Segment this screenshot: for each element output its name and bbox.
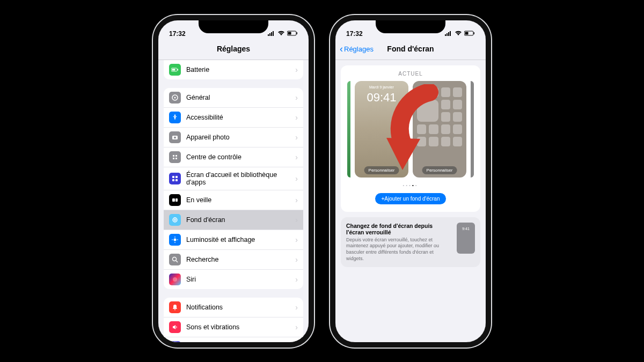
section-notifications: Notifications › Sons et vibrations › Con… <box>164 298 303 342</box>
row-sons[interactable]: Sons et vibrations › <box>164 317 303 337</box>
status-time: 17:32 <box>169 30 186 38</box>
svg-point-34 <box>174 309 175 310</box>
row-label: Écran d'accueil et bibliothèque d'apps <box>186 171 290 186</box>
standby-icon <box>169 194 181 206</box>
svg-point-31 <box>173 257 177 261</box>
row-accessibilite[interactable]: Accessibilité › <box>164 108 303 128</box>
chevron-right-icon: › <box>295 153 298 161</box>
customize-lock-button[interactable]: Personnaliser <box>364 166 399 174</box>
homescreen-preview[interactable]: Personnaliser <box>413 81 466 178</box>
row-notifications[interactable]: Notifications › <box>164 298 303 317</box>
row-fond-ecran[interactable]: Fond d'écran › <box>164 210 303 230</box>
home-app-grid <box>417 87 462 161</box>
chevron-right-icon: › <box>295 196 298 204</box>
wallpaper-content[interactable]: ACTUEL Mardi 9 janvier 09:41 Personnalis… <box>335 60 486 342</box>
prev-wallpaper-sliver[interactable] <box>347 81 350 178</box>
row-label: Notifications <box>186 304 290 311</box>
svg-line-32 <box>176 261 178 262</box>
row-siri[interactable]: Siri › <box>164 270 303 289</box>
signal-icon <box>445 30 452 38</box>
svg-point-14 <box>174 136 176 138</box>
wifi-icon <box>277 30 285 38</box>
svg-point-26 <box>174 238 177 241</box>
home-library-icon <box>169 173 181 184</box>
row-en-veille[interactable]: En veille › <box>164 190 303 210</box>
svg-rect-1 <box>269 33 270 36</box>
svg-rect-41 <box>474 32 475 34</box>
svg-rect-40 <box>465 32 469 34</box>
row-label: Fond d'écran <box>186 216 290 224</box>
chevron-right-icon: › <box>295 65 298 74</box>
chevron-right-icon: › <box>295 255 298 264</box>
chevron-right-icon: › <box>295 133 298 142</box>
chevron-right-icon: › <box>295 303 298 312</box>
svg-rect-24 <box>175 198 178 202</box>
svg-rect-20 <box>175 176 178 178</box>
battery-icon <box>464 30 475 38</box>
section-general: Général › Accessibilité › Appareil photo… <box>164 88 303 289</box>
tip-phone-illustration: 9:41 <box>457 223 475 254</box>
svg-rect-9 <box>172 69 175 70</box>
page-dots[interactable]: ••••• <box>345 183 476 188</box>
row-ecran-accueil[interactable]: Écran d'accueil et bibliothèque d'apps › <box>164 167 303 190</box>
svg-point-12 <box>174 114 176 116</box>
status-time: 17:32 <box>346 30 363 38</box>
status-indicators <box>445 30 475 38</box>
chevron-right-icon: › <box>295 216 298 224</box>
row-concentration[interactable]: Concentration › <box>164 337 303 342</box>
current-wallpaper-card: ACTUEL Mardi 9 janvier 09:41 Personnalis… <box>341 65 480 212</box>
row-label: Centre de contrôle <box>186 153 290 161</box>
back-button[interactable]: ‹ Réglages <box>340 39 374 60</box>
wifi-icon <box>455 30 462 38</box>
svg-rect-2 <box>271 32 272 36</box>
svg-rect-37 <box>448 32 449 36</box>
lockscreen-preview[interactable]: Mardi 9 janvier 09:41 Personnaliser <box>355 81 408 178</box>
wallpaper-icon <box>169 214 181 226</box>
row-appareil-photo[interactable]: Appareil photo › <box>164 128 303 147</box>
svg-point-11 <box>174 97 176 98</box>
row-label: Appareil photo <box>186 134 290 141</box>
add-wallpaper-button[interactable]: +Ajouter un fond d'écran <box>375 193 447 204</box>
chevron-left-icon: ‹ <box>340 43 343 55</box>
svg-rect-3 <box>273 31 274 36</box>
svg-rect-15 <box>173 155 174 157</box>
row-label: Siri <box>186 276 290 283</box>
search-icon <box>169 254 181 265</box>
phone-settings: 17:32 Réglages Batterie › <box>153 15 314 348</box>
row-batterie[interactable]: Batterie › <box>164 60 303 79</box>
svg-rect-8 <box>178 69 179 70</box>
svg-rect-16 <box>175 155 177 157</box>
row-general[interactable]: Général › <box>164 88 303 108</box>
row-centre-controle[interactable]: Centre de contrôle › <box>164 147 303 167</box>
tip-card: Changez de fond d'écran depuis l'écran v… <box>341 217 480 268</box>
row-label: Sons et vibrations <box>186 323 290 331</box>
settings-scroll[interactable]: Batterie › Général › Accessibilité › App… <box>158 60 309 342</box>
tip-phone-time: 9:41 <box>462 227 470 231</box>
signal-icon <box>268 30 275 38</box>
svg-rect-23 <box>172 198 175 202</box>
phone-wallpaper: 17:32 ‹ Réglages Fond d'écran ACTUEL Mar… <box>330 15 491 348</box>
row-label: Batterie <box>186 66 290 73</box>
row-recherche[interactable]: Recherche › <box>164 250 303 270</box>
customize-home-button[interactable]: Personnaliser <box>422 166 457 174</box>
battery-icon <box>287 30 298 38</box>
row-label: Luminosité et affichage <box>186 236 290 243</box>
siri-icon <box>169 274 181 285</box>
nav-header-wallpaper: ‹ Réglages Fond d'écran <box>335 39 486 60</box>
lock-time: 09:41 <box>355 91 408 105</box>
page-title: Fond d'écran <box>387 45 434 53</box>
next-wallpaper-sliver[interactable] <box>471 81 474 178</box>
svg-rect-0 <box>268 34 269 36</box>
section-partial: Batterie › <box>164 60 303 79</box>
row-luminosite[interactable]: Luminosité et affichage › <box>164 230 303 250</box>
notch <box>376 20 445 33</box>
page-title: Réglages <box>217 45 250 53</box>
chevron-right-icon: › <box>295 93 298 102</box>
tip-body: Depuis votre écran verrouillé, touchez e… <box>346 237 451 262</box>
gear-icon <box>169 92 181 104</box>
battery-settings-icon <box>169 64 181 76</box>
accessibility-icon <box>169 112 181 123</box>
row-label: Recherche <box>186 256 290 263</box>
nav-header-settings: Réglages <box>158 39 309 60</box>
notch <box>199 20 268 33</box>
